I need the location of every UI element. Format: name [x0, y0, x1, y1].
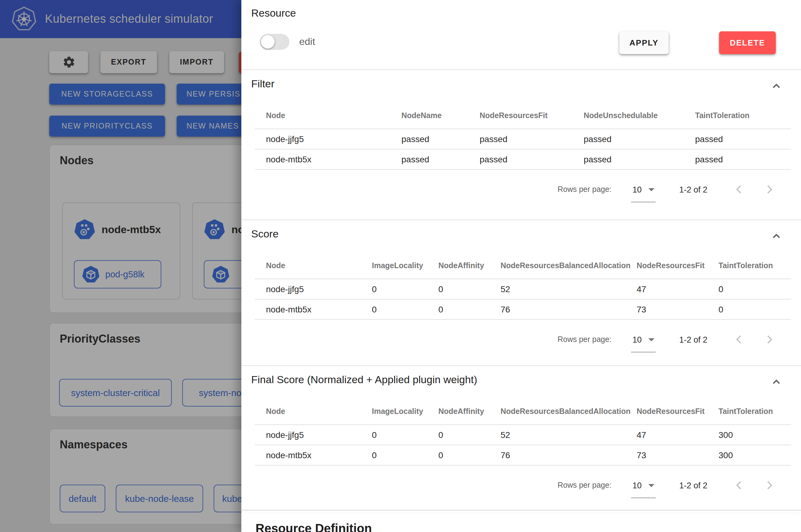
previous-page-button[interactable] — [732, 182, 747, 197]
table-cell: 52 — [500, 430, 637, 440]
table-cell: 0 — [718, 284, 791, 294]
pagination-range: 1-2 of 2 — [679, 185, 707, 194]
column-header: NodeResourcesBalancedAllocation — [500, 407, 637, 415]
table-cell: 76 — [500, 450, 637, 460]
rows-per-page-value: 10 — [632, 185, 641, 194]
pagination-range: 1-2 of 2 — [679, 335, 707, 344]
table-cell: passed — [584, 154, 695, 164]
table-cell: passed — [479, 134, 584, 144]
column-header: ImageLocality — [372, 407, 438, 415]
table-cell: node-mtb5x — [255, 450, 372, 460]
chevron-up-icon — [771, 377, 781, 387]
table-cell: passed — [695, 154, 791, 164]
caret-down-icon — [648, 188, 654, 191]
chevron-left-icon — [732, 478, 747, 493]
column-header: NodeResourcesBalancedAllocation — [500, 261, 637, 270]
chevron-up-icon — [771, 81, 781, 91]
table-cell: node-mtb5x — [255, 154, 401, 164]
collapse-section-button[interactable] — [770, 80, 783, 92]
table-pagination: Rows per page:101-2 of 2 — [241, 473, 801, 497]
table-cell: node-mtb5x — [255, 304, 372, 314]
table-cell: 0 — [372, 450, 438, 460]
previous-page-button[interactable] — [732, 332, 747, 347]
table-cell: passed — [479, 154, 584, 164]
table-cell: 0 — [372, 304, 438, 314]
table-cell: passed — [401, 154, 479, 164]
rows-per-page-select[interactable]: 10 — [631, 479, 656, 491]
delete-button[interactable]: DELETE — [719, 31, 776, 54]
previous-page-button[interactable] — [732, 478, 747, 493]
table-cell: 300 — [718, 450, 791, 460]
table-cell: 47 — [637, 430, 718, 440]
rows-per-page-select[interactable]: 10 — [631, 334, 656, 345]
drawer-section-final: Final Score (Normalized + Applied plugin… — [241, 365, 801, 510]
next-page-button[interactable] — [762, 182, 776, 197]
table-cell: 0 — [372, 430, 438, 440]
table-row: node-jjfg5005247300 — [255, 425, 791, 445]
column-header: NodeResourcesFit — [637, 407, 718, 415]
table-cell: 76 — [500, 304, 637, 314]
edit-toggle-thumb — [261, 35, 275, 49]
collapse-section-button[interactable] — [770, 230, 783, 242]
rows-per-page-select[interactable]: 10 — [631, 184, 656, 195]
table-pagination: Rows per page:101-2 of 2 — [241, 177, 801, 202]
section-title: Final Score (Normalized + Applied plugin… — [251, 373, 477, 387]
result-table: NodeNodeNameNodeResourcesFitNodeUnschedu… — [255, 102, 791, 170]
table-cell: 0 — [438, 284, 500, 294]
chevron-right-icon — [762, 182, 776, 197]
table-row: node-mtb5x0076730 — [255, 300, 791, 320]
table-row: node-jjfg5passedpassedpassedpassed — [255, 129, 791, 149]
rows-per-page-value: 10 — [632, 481, 641, 490]
column-header: TaintToleration — [695, 111, 791, 120]
caret-down-icon — [648, 338, 654, 341]
rows-per-page-label: Rows per page: — [558, 185, 612, 194]
table-cell: 0 — [438, 450, 500, 460]
drawer-section-filter: FilterNodeNodeNameNodeResourcesFitNodeUn… — [241, 70, 801, 220]
table-cell: passed — [584, 134, 695, 144]
column-header: NodeResourcesFit — [479, 111, 584, 120]
edit-toggle[interactable] — [260, 34, 289, 50]
table-cell: 0 — [438, 304, 500, 314]
column-header: Node — [255, 261, 372, 270]
table-cell: 47 — [637, 284, 718, 294]
drawer-section-score: ScoreNodeImageLocalityNodeAffinityNodeRe… — [241, 220, 801, 365]
chevron-left-icon — [732, 182, 747, 197]
table-cell: passed — [401, 134, 479, 144]
next-page-button[interactable] — [762, 332, 776, 347]
column-header: NodeResourcesFit — [637, 261, 718, 270]
table-cell: 300 — [718, 430, 791, 440]
drawer-title: Resource — [251, 7, 296, 20]
column-header: NodeAffinity — [438, 407, 500, 415]
section-title: Filter — [251, 77, 275, 91]
result-table: NodeImageLocalityNodeAffinityNodeResourc… — [255, 252, 791, 320]
resource-drawer-header: Resource edit APPLY DELETE — [241, 0, 801, 70]
column-header: NodeAffinity — [438, 261, 500, 270]
next-page-button[interactable] — [762, 478, 776, 493]
column-header: Node — [255, 111, 401, 120]
scheduler-result-sections: FilterNodeNodeNameNodeResourcesFitNodeUn… — [241, 70, 801, 510]
section-separator — [241, 510, 801, 511]
table-cell: 0 — [372, 284, 438, 294]
table-cell: node-jjfg5 — [255, 430, 372, 440]
collapse-section-button[interactable] — [770, 376, 783, 388]
pagination-range: 1-2 of 2 — [679, 481, 707, 490]
caret-down-icon — [648, 484, 654, 487]
column-header: Node — [255, 407, 372, 415]
resource-definition-title: Resource Definition — [255, 521, 801, 532]
table-cell: 0 — [718, 304, 791, 314]
result-table: NodeImageLocalityNodeAffinityNodeResourc… — [255, 398, 791, 466]
column-header: NodeName — [401, 111, 479, 120]
column-header: ImageLocality — [372, 261, 438, 270]
section-title: Score — [251, 228, 278, 241]
column-header: TaintToleration — [718, 407, 791, 415]
chevron-left-icon — [732, 332, 747, 347]
table-cell: 0 — [438, 430, 500, 440]
apply-button[interactable]: APPLY — [619, 31, 669, 54]
kubernetes-scheduler-simulator-app: Kubernetes scheduler simulator EXPORT IM… — [0, 0, 801, 532]
chevron-right-icon — [762, 332, 776, 347]
resource-definition-section: Resource Definition — [241, 511, 801, 532]
table-cell: 52 — [500, 284, 637, 294]
table-pagination: Rows per page:101-2 of 2 — [241, 327, 801, 352]
rows-per-page-label: Rows per page: — [558, 481, 612, 490]
table-cell: 73 — [637, 304, 718, 314]
